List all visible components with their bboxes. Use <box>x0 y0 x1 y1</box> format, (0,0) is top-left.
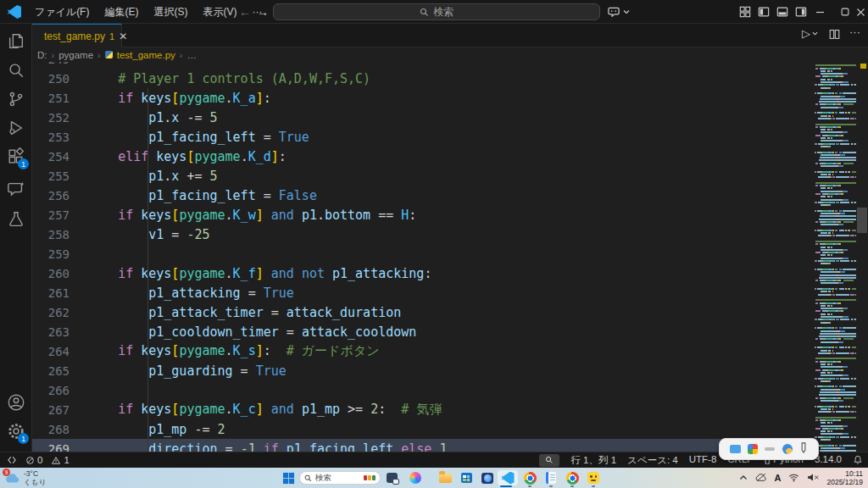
line-number[interactable]: 260 <box>32 267 87 280</box>
line-number[interactable]: 250 <box>32 72 87 86</box>
code-line[interactable]: 250 # Player 1 controls (A,D,W,F,S,C) <box>32 69 868 88</box>
taskbar-search[interactable]: 検索 <box>299 471 381 485</box>
line-number[interactable]: 251 <box>32 92 87 105</box>
code-line[interactable]: 268 p1_mp -= 2 <box>32 419 868 439</box>
search-view-icon[interactable] <box>7 61 25 80</box>
problems-warnings[interactable]: 1 <box>51 455 69 465</box>
code-line[interactable]: 257 if keys[pygame.K_w] and p1.bottom ==… <box>32 205 868 225</box>
run-debug-icon[interactable] <box>7 119 25 137</box>
volume-muted-icon[interactable] <box>807 473 819 484</box>
history-forward-icon[interactable]: → <box>257 0 269 24</box>
chat-icon[interactable] <box>7 180 25 198</box>
notifications-bell-icon[interactable] <box>853 455 863 465</box>
account-icon[interactable] <box>7 393 25 412</box>
breadcrumb-item[interactable]: test_game.py <box>117 50 175 60</box>
line-number[interactable]: 256 <box>32 189 87 202</box>
microsoft-store-button[interactable] <box>458 470 475 485</box>
pen-toolbar-pen-icon[interactable] <box>799 441 808 457</box>
tray-chevron-icon[interactable] <box>739 474 748 483</box>
line-number[interactable]: 262 <box>32 306 87 319</box>
code-line[interactable]: 251 if keys[pygame.K_a]: <box>32 88 868 108</box>
line-number[interactable]: 257 <box>32 208 87 222</box>
line-number[interactable]: 266 <box>32 384 87 397</box>
code-line[interactable]: 260 if keys[pygame.K_f] and not p1_attac… <box>32 263 868 283</box>
taskbar-vscode-button[interactable] <box>498 470 518 485</box>
line-number[interactable]: 253 <box>32 130 87 144</box>
task-view-button[interactable] <box>383 470 400 485</box>
menu-item[interactable]: 選択(S) <box>146 0 195 24</box>
app-button-blue[interactable] <box>479 470 496 485</box>
taskbar-copilot-button[interactable] <box>407 470 424 485</box>
toggle-secondary-sidebar-icon[interactable] <box>795 6 807 18</box>
code-line[interactable]: 254 elif keys[pygame.K_d]: <box>32 147 868 166</box>
remote-indicator-icon[interactable] <box>7 455 17 465</box>
line-number[interactable]: 263 <box>32 325 87 339</box>
editor-scrollbar[interactable] <box>856 62 868 452</box>
testing-icon[interactable] <box>7 210 25 229</box>
tab-test-game[interactable]: test_game.py 1 ✕ <box>32 24 122 47</box>
code-line[interactable]: 252 p1.x -= 5 <box>32 108 868 127</box>
close-window-button[interactable] <box>848 0 868 24</box>
code-line[interactable]: 264 if keys[pygame.K_s]: # ガードボタン <box>32 341 868 361</box>
notepad-button[interactable] <box>542 470 559 485</box>
chrome-profile2-button[interactable] <box>564 470 581 485</box>
menu-item[interactable]: ファイル(F) <box>27 0 97 24</box>
history-back-icon[interactable]: ← <box>239 0 251 24</box>
line-number[interactable]: 265 <box>32 364 87 378</box>
status-item[interactable]: 3.14.0 <box>815 454 842 467</box>
breadcrumb-item[interactable]: … <box>186 50 197 60</box>
vscode-logo-icon[interactable] <box>8 5 21 19</box>
line-number[interactable]: 264 <box>32 345 87 358</box>
split-editor-icon[interactable] <box>829 28 840 43</box>
status-item[interactable]: 行 1、列 1 <box>570 454 616 467</box>
menu-item[interactable]: 編集(E) <box>97 0 146 24</box>
pen-toolbar-screen-icon[interactable] <box>730 445 741 453</box>
weather-widget[interactable]: 9 -3°C くもり <box>5 469 46 486</box>
code-line[interactable]: 266 <box>32 380 868 400</box>
code-line[interactable]: 261 p1_attacking = True <box>32 283 868 302</box>
onedrive-paused-icon[interactable] <box>755 473 767 484</box>
toggle-panel-icon[interactable] <box>776 6 788 18</box>
line-number[interactable]: 249 <box>32 62 87 66</box>
line-number[interactable]: 269 <box>32 442 87 452</box>
chrome-button[interactable] <box>521 470 538 485</box>
line-number[interactable]: 258 <box>32 228 87 241</box>
clock[interactable]: 10:11 2025/12/19 <box>826 469 866 486</box>
pen-toolbar[interactable] <box>719 438 819 460</box>
settings-gear-icon[interactable]: 1 <box>7 422 25 441</box>
pen-toolbar-app-icon[interactable] <box>782 444 793 454</box>
zoom-indicator[interactable] <box>539 454 559 467</box>
line-number[interactable]: 252 <box>32 111 87 125</box>
status-item[interactable]: UTF-8 <box>689 454 717 467</box>
start-button[interactable] <box>280 470 297 485</box>
copilot-button[interactable] <box>607 5 630 18</box>
breadcrumb-item[interactable]: pygame <box>58 50 93 60</box>
editor-more-actions-icon[interactable]: ··· <box>849 25 860 38</box>
line-number[interactable]: 255 <box>32 169 87 183</box>
breadcrumb-item[interactable]: D: <box>37 50 47 60</box>
minimize-button[interactable] <box>807 0 832 24</box>
code-line[interactable]: 256 p1_facing_left = False <box>32 186 868 205</box>
line-number[interactable]: 268 <box>32 423 87 436</box>
code-line[interactable]: 259 <box>32 244 868 263</box>
code-line[interactable]: 255 p1.x += 5 <box>32 166 868 186</box>
file-explorer-button[interactable] <box>437 470 453 485</box>
run-python-file-button[interactable]: ▷ <box>802 27 818 40</box>
command-center-search[interactable]: 検索 <box>273 3 600 20</box>
code-line[interactable]: 263 p1_cooldown_timer = attack_cooldown <box>32 322 868 341</box>
code-line[interactable]: 262 p1_attack_timer = attack_duration <box>32 302 868 322</box>
pen-toolbar-palette-icon[interactable] <box>748 444 758 454</box>
extensions-icon[interactable]: 1 <box>7 147 25 166</box>
status-item[interactable]: スペース: 4 <box>627 454 678 467</box>
line-number[interactable]: 259 <box>32 247 87 261</box>
explorer-icon[interactable] <box>7 32 25 51</box>
line-number[interactable]: 261 <box>32 286 87 300</box>
line-number[interactable]: 267 <box>32 403 87 417</box>
network-icon[interactable] <box>788 473 799 484</box>
menu-item[interactable]: 表示(V) <box>195 0 244 24</box>
code-line[interactable]: 265 p1_guarding = True <box>32 361 868 380</box>
minimap[interactable] <box>808 62 856 452</box>
code-line[interactable]: 258 v1 = -25 <box>32 225 868 244</box>
ime-mode-indicator[interactable]: A <box>775 473 782 483</box>
source-control-icon[interactable] <box>7 90 25 108</box>
